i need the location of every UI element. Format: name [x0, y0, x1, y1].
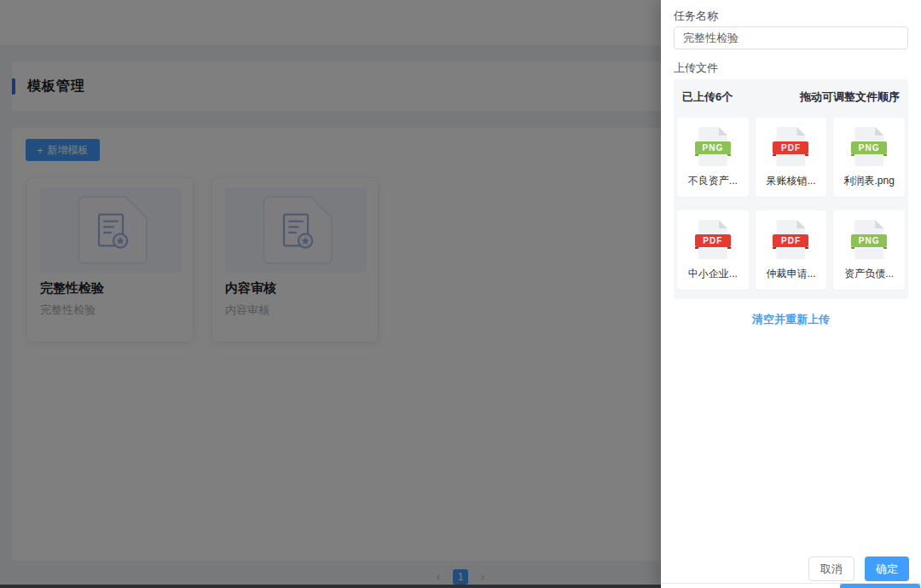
uploaded-count-text: 已上传6个 [682, 89, 733, 105]
file-card-2[interactable]: PDF 呆账核销... [756, 118, 827, 197]
cancel-button[interactable]: 取消 [808, 556, 854, 581]
confirm-button[interactable]: 确定 [865, 556, 909, 581]
clear-and-reupload-link[interactable]: 清空并重新上传 [661, 312, 921, 327]
file-grid: PNG 不良资产... PDF 呆账核销... [677, 118, 905, 290]
file-name: 仲裁申请... [766, 267, 815, 281]
file-card-6[interactable]: PNG 资产负债... [833, 210, 905, 290]
task-drawer: 任务名称 上传文件 已上传6个 拖动可调整文件顺序 PNG 不良资产... [661, 0, 921, 588]
partial-confirm-button[interactable] [840, 584, 920, 588]
file-card-4[interactable]: PDF 中小企业... [677, 210, 749, 290]
file-type-icon: PNG [852, 220, 886, 259]
drawer-footer: 取消 确定 [808, 556, 909, 581]
upload-panel: 已上传6个 拖动可调整文件顺序 PNG 不良资产... P [674, 79, 908, 299]
file-name: 中小企业... [688, 267, 738, 281]
task-name-input[interactable] [674, 26, 908, 49]
drag-hint-text: 拖动可调整文件顺序 [800, 89, 900, 105]
file-type-icon: PNG [852, 127, 886, 166]
file-type-badge: PNG [851, 141, 887, 154]
file-card-1[interactable]: PNG 不良资产... [677, 118, 749, 197]
file-type-badge: PNG [851, 234, 887, 247]
file-type-icon: PDF [773, 220, 808, 259]
file-name: 资产负债... [844, 267, 894, 281]
file-name: 利润表.png [843, 174, 894, 188]
file-type-badge: PNG [695, 141, 731, 154]
upload-panel-header: 已上传6个 拖动可调整文件顺序 [674, 89, 908, 105]
app-root: 模板管理 + 新增模板 完整性检验 完整性检验 [0, 0, 921, 588]
file-type-badge: PDF [695, 234, 731, 247]
file-type-icon: PDF [696, 220, 730, 259]
upload-files-label: 上传文件 [674, 61, 718, 76]
file-type-badge: PDF [773, 141, 808, 154]
file-name: 不良资产... [688, 174, 738, 188]
file-type-icon: PNG [696, 127, 730, 166]
task-name-label: 任务名称 [674, 9, 718, 24]
file-card-3[interactable]: PNG 利润表.png [833, 118, 905, 197]
file-type-badge: PDF [773, 234, 808, 247]
file-card-5[interactable]: PDF 仲裁申请... [756, 210, 827, 290]
file-name: 呆账核销... [766, 174, 815, 188]
file-type-icon: PDF [773, 127, 808, 166]
